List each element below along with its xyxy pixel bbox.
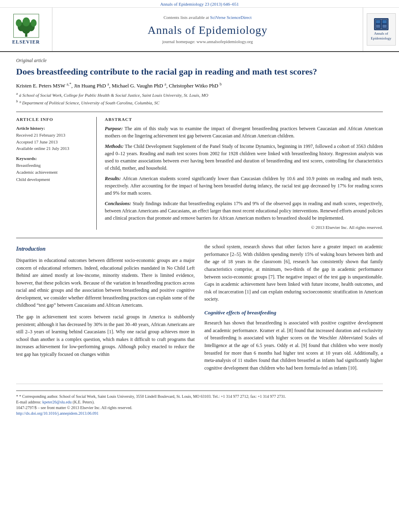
- cognitive-heading: Cognitive effects of breastfeeding: [204, 309, 383, 317]
- abstract-col: ABSTRACT Purpose: The aim of this study …: [97, 117, 383, 230]
- purpose-text: The aim of this study was to examine the…: [105, 126, 383, 139]
- keywords-label: Keywords:: [16, 156, 90, 161]
- intro-para-1: Disparities in educational outcomes betw…: [16, 257, 195, 309]
- body-two-col: Introduction Disparities in educational …: [16, 243, 383, 376]
- right-para-1: the school system, research shows that o…: [204, 243, 383, 303]
- svg-rect-11: [376, 20, 380, 23]
- results-label: Results:: [105, 176, 121, 181]
- body-right-col: the school system, research shows that o…: [204, 243, 383, 376]
- footnote-email: E-mail address: kpeter26@slu.edu (K.E. P…: [16, 400, 383, 404]
- keyword-2: Academic achievement: [16, 169, 90, 176]
- purpose-label: Purpose:: [105, 126, 123, 131]
- journal-logo-box: Annals ofEpidemiology: [367, 13, 396, 46]
- body-left-col: Introduction Disparities in educational …: [16, 243, 195, 376]
- author-michael: Michael G. Vaughn PhD a: [112, 83, 166, 89]
- elsevier-logo: ELSEVIER: [12, 14, 40, 45]
- affiliation-b: b ᵇ Department of Political Science, Uni…: [16, 99, 383, 106]
- journal-title: Annals of Epidemiology: [148, 24, 267, 37]
- footer-divider: [16, 391, 383, 391]
- email-label: E-mail address:: [16, 400, 41, 404]
- svg-rect-14: [382, 25, 387, 28]
- logo-text: Annals ofEpidemiology: [371, 31, 391, 41]
- doi-link[interactable]: http://dx.doi.org/10.1016/j.annepidem.20…: [16, 411, 99, 416]
- doi-line: http://dx.doi.org/10.1016/j.annepidem.20…: [16, 411, 383, 416]
- conclusions-label: Conclusions:: [105, 201, 131, 206]
- svg-rect-12: [382, 20, 387, 23]
- abstract-purpose: Purpose: The aim of this study was to ex…: [105, 125, 383, 139]
- journal-header-bar: Annals of Epidemiology 23 (2013) 646–651: [0, 0, 399, 8]
- journal-banner: ELSEVIER Contents lists available at Sci…: [0, 8, 399, 52]
- copyright-line: © 2013 Elsevier Inc. All rights reserved…: [105, 225, 383, 230]
- history-label: Article history:: [16, 126, 90, 131]
- svg-point-5: [31, 19, 37, 27]
- received-date: Received 21 February 2013: [16, 132, 90, 139]
- footnote-star: * * Corresponding author. School of Soci…: [16, 394, 383, 399]
- sciverse-link[interactable]: SciVerse ScienceDirect: [210, 15, 251, 20]
- email-address[interactable]: kpeter26@slu.edu: [42, 400, 72, 404]
- article-info-label: ARTICLE INFO: [16, 117, 90, 122]
- footnote-star-symbol: *: [16, 394, 19, 399]
- footnote-star-text: * Corresponding author. School of Social…: [19, 394, 286, 399]
- info-abstract-section: ARTICLE INFO Article history: Received 2…: [16, 112, 383, 230]
- banner-center: Contents lists available at SciVerse Sci…: [52, 8, 363, 51]
- article-content: Original article Does breastfeeding cont…: [0, 58, 399, 421]
- journal-icon: [374, 18, 389, 30]
- svg-point-4: [16, 19, 22, 27]
- svg-rect-13: [376, 25, 380, 28]
- methods-label: Methods:: [105, 143, 124, 149]
- author-jin: Jin Huang PhD a: [74, 83, 109, 89]
- intro-para-2: The gap in achievement test scores betwe…: [16, 313, 195, 358]
- abstract-conclusions: Conclusions: Study findings indicate tha…: [105, 200, 383, 222]
- methods-text: The Child Development Supplement of the …: [105, 143, 383, 171]
- article-info-col: ARTICLE INFO Article history: Received 2…: [16, 117, 97, 230]
- authors-line: Kristen E. Peters MSW a,*, Jin Huang PhD…: [16, 82, 383, 89]
- conclusions-text: Study findings indicate that breastfeedi…: [105, 201, 383, 221]
- article-title: Does breastfeeding contribute to the rac…: [16, 66, 383, 78]
- available-date: Available online 21 July 2013: [16, 145, 90, 152]
- cognitive-para-1: Research has shown that breastfeeding is…: [204, 319, 383, 372]
- journal-logo-box-section: Annals ofEpidemiology: [363, 8, 399, 51]
- sciverse-line: Contents lists available at SciVerse Sci…: [164, 15, 251, 20]
- affiliation-a: a á School of Social Work, College for P…: [16, 91, 383, 98]
- email-name: (K.E. Peters).: [73, 400, 94, 404]
- abstract-methods: Methods: The Child Development Supplemen…: [105, 143, 383, 172]
- issn-line: 1047-2797/$ – see front matter © 2013 El…: [16, 405, 383, 410]
- sciverse-prefix: Contents lists available at: [164, 15, 209, 20]
- keyword-1: Breastfeeding: [16, 162, 90, 169]
- author-christopher: Christopher Witko PhD b: [169, 83, 222, 89]
- body-section: Introduction Disparities in educational …: [16, 238, 383, 376]
- journal-citation: Annals of Epidemiology 23 (2013) 646–651: [160, 2, 239, 6]
- journal-homepage: journal homepage: www.annalsofepidemiolo…: [162, 39, 253, 44]
- author-kristen: Kristen E. Peters MSW a,*: [16, 83, 71, 89]
- elsevier-tree-icon: [12, 14, 40, 38]
- elsevier-logo-section: ELSEVIER: [0, 8, 52, 51]
- keyword-3: Child development: [16, 176, 90, 183]
- abstract-label: ABSTRACT: [105, 117, 383, 122]
- introduction-heading: Introduction: [16, 245, 195, 254]
- results-text: African American students scored signifi…: [105, 176, 383, 196]
- accepted-date: Accepted 17 June 2013: [16, 139, 90, 145]
- elsevier-label: ELSEVIER: [12, 39, 40, 45]
- article-type: Original article: [16, 58, 383, 64]
- article-footer: * * Corresponding author. School of Soci…: [16, 384, 383, 421]
- svg-point-6: [22, 17, 29, 26]
- abstract-results: Results: African American students score…: [105, 175, 383, 197]
